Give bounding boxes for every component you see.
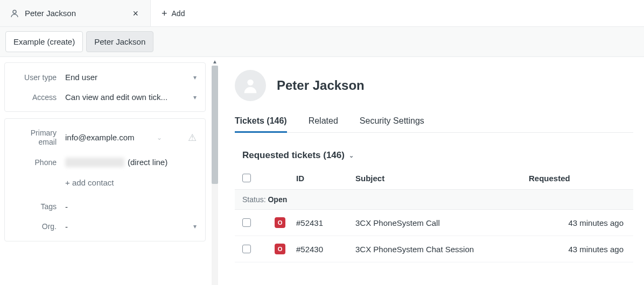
sidebar-wrapper: User type End user ▾ Access Can view and…: [0, 57, 220, 285]
sidebar: User type End user ▾ Access Can view and…: [0, 57, 210, 285]
svg-point-0: [13, 10, 16, 13]
tab-related[interactable]: Related: [309, 116, 338, 132]
field-value-text: -: [65, 202, 68, 211]
status-group-open: Status: Open: [235, 189, 633, 210]
warning-icon: ⚠: [188, 132, 197, 144]
chevron-down-icon: ⌄: [349, 152, 354, 159]
plus-icon: +: [162, 9, 167, 18]
tab-peter-jackson[interactable]: Peter Jackson: [86, 31, 153, 52]
primary-email-field[interactable]: Primary email info@example.com ⌄ ⚠: [5, 123, 205, 152]
main-layout: User type End user ▾ Access Can view and…: [0, 57, 644, 285]
add-contact-label: + add contact: [65, 178, 114, 187]
primary-email-value[interactable]: info@example.com ⌄ ⚠: [65, 132, 197, 144]
add-contact-button[interactable]: + add contact: [65, 178, 197, 187]
org-select[interactable]: - ▾: [65, 222, 197, 231]
phone-value: (direct line): [65, 158, 197, 167]
access-field[interactable]: Access Can view and edit own tick... ▾: [5, 87, 205, 107]
table-header: ID Subject Requested: [235, 169, 633, 189]
row-checkbox[interactable]: [242, 245, 251, 253]
tab-label: Related: [309, 116, 338, 125]
field-label: Primary email: [13, 129, 57, 147]
tab-label: Security Settings: [360, 116, 424, 125]
close-icon[interactable]: ×: [130, 6, 141, 20]
tab-example-create[interactable]: Example (create): [5, 31, 83, 52]
content-area: Peter Jackson Tickets (146) Related Secu…: [220, 57, 644, 285]
col-spacer: [275, 174, 296, 183]
col-requested[interactable]: Requested: [529, 174, 626, 183]
col-subject[interactable]: Subject: [355, 174, 529, 183]
person-icon: [241, 76, 260, 95]
profile-name: Peter Jackson: [277, 78, 365, 93]
contact-panel: Primary email info@example.com ⌄ ⚠ Phone…: [4, 118, 206, 241]
status-badge: O: [275, 217, 285, 228]
org-field[interactable]: Org. - ▾: [5, 217, 205, 237]
tab-tickets[interactable]: Tickets (146): [235, 116, 287, 132]
person-icon: [10, 9, 19, 18]
field-value-text: End user: [65, 73, 97, 82]
status-value: Open: [268, 195, 287, 204]
ticket-subject[interactable]: 3CX PhoneSystem Call: [355, 218, 529, 227]
col-id[interactable]: ID: [296, 174, 355, 183]
tickets-table: ID Subject Requested Status: Open O #524…: [235, 169, 633, 262]
field-label: Phone: [13, 158, 57, 167]
redacted-phone: [65, 158, 124, 167]
phone-field[interactable]: Phone (direct line): [5, 152, 205, 173]
chevron-down-icon: ▾: [193, 223, 197, 230]
field-value-text: info@example.com: [65, 133, 135, 142]
status-label: Status:: [242, 195, 266, 204]
avatar[interactable]: [235, 70, 266, 101]
field-label: User type: [13, 73, 57, 82]
ticket-subject[interactable]: 3CX PhoneSystem Chat Session: [355, 245, 529, 254]
ticket-requested: 43 minutes ago: [529, 245, 626, 254]
select-all-checkbox[interactable]: [242, 174, 251, 182]
add-tab-label: Add: [172, 9, 185, 18]
ticket-requested: 43 minutes ago: [529, 218, 626, 227]
tab-security-settings[interactable]: Security Settings: [360, 116, 424, 132]
scroll-thumb[interactable]: [212, 66, 218, 184]
chevron-down-icon: ⌄: [157, 134, 162, 141]
select-all-cell: [242, 174, 275, 183]
chevron-down-icon: ▾: [193, 94, 197, 101]
access-select[interactable]: Can view and edit own tick... ▾: [65, 92, 197, 102]
status-badge: O: [275, 244, 285, 254]
ticket-id[interactable]: #52431: [296, 218, 355, 227]
add-contact-row[interactable]: + add contact: [5, 173, 205, 193]
table-row[interactable]: O #52430 3CX PhoneSystem Chat Session 43…: [235, 236, 633, 262]
tab-label: Example (create): [13, 37, 75, 46]
user-access-panel: User type End user ▾ Access Can view and…: [4, 62, 206, 112]
tags-field[interactable]: Tags -: [5, 193, 205, 217]
tab-label: Tickets (146): [235, 116, 287, 125]
sidebar-scrollbar[interactable]: ▲: [210, 57, 220, 285]
scroll-up-icon[interactable]: ▲: [210, 57, 220, 66]
content-tabs: Tickets (146) Related Security Settings: [235, 116, 633, 133]
field-label: Tags: [13, 202, 57, 211]
add-tab-button[interactable]: + Add: [151, 0, 644, 27]
requested-tickets-heading[interactable]: Requested tickets (146) ⌄: [235, 150, 633, 161]
field-label: Access: [13, 93, 57, 102]
window-tab-label: Peter Jackson: [25, 9, 76, 18]
section-title-text: Requested tickets (146): [242, 150, 345, 161]
user-type-field[interactable]: User type End user ▾: [5, 67, 205, 87]
field-value-text: Can view and edit own tick...: [65, 92, 167, 102]
ticket-id[interactable]: #52430: [296, 245, 355, 254]
window-tab-bar: Peter Jackson × + Add: [0, 0, 644, 27]
tags-value[interactable]: -: [65, 202, 197, 211]
record-tabs: Example (create) Peter Jackson: [0, 27, 644, 57]
window-tab-peter-jackson[interactable]: Peter Jackson ×: [0, 0, 151, 27]
field-label: Org.: [13, 222, 57, 231]
svg-point-1: [247, 80, 253, 86]
chevron-down-icon: ▾: [193, 74, 197, 81]
user-type-select[interactable]: End user ▾: [65, 73, 197, 82]
field-value-text: -: [65, 222, 68, 231]
phone-suffix: (direct line): [128, 158, 167, 167]
row-checkbox[interactable]: [242, 218, 251, 227]
tab-label: Peter Jackson: [94, 37, 145, 46]
profile-header: Peter Jackson: [235, 70, 633, 101]
scroll-track[interactable]: [212, 66, 218, 285]
table-row[interactable]: O #52431 3CX PhoneSystem Call 43 minutes…: [235, 210, 633, 236]
